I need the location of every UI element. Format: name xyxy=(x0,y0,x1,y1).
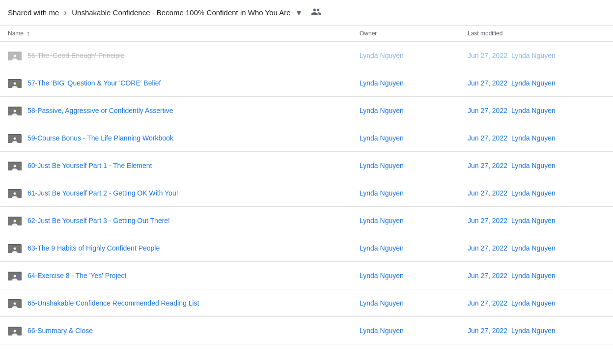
modified-cell: Jun 27, 2022Lynda Nguyen xyxy=(468,272,605,280)
file-name-link[interactable]: 60-Just Be Yourself Part 1 - The Element xyxy=(28,162,152,169)
file-name-cell: 63-The 9 Habits of Highly Confident Peop… xyxy=(28,244,360,252)
svg-point-39 xyxy=(14,247,16,250)
svg-point-29 xyxy=(14,192,16,195)
file-name-cell: 60-Just Be Yourself Part 1 - The Element xyxy=(28,162,360,169)
modified-cell: Jun 27, 2022Lynda Nguyen xyxy=(468,79,605,87)
file-name-link[interactable]: 61-Just Be Yourself Part 2 - Getting OK … xyxy=(28,189,178,197)
modified-date: Jun 27, 2022 xyxy=(468,299,507,307)
owner-column-header[interactable]: Owner xyxy=(360,30,468,37)
folder-icon xyxy=(8,297,28,309)
modified-by: Lynda Nguyen xyxy=(511,107,556,114)
name-column-header[interactable]: Name ↑ xyxy=(8,29,360,37)
table-header: Name ↑ Owner Last modified xyxy=(0,26,613,42)
folder-icon xyxy=(8,187,28,199)
file-name-cell: 62-Just Be Yourself Part 3 - Getting Out… xyxy=(28,217,360,224)
svg-point-9 xyxy=(14,82,16,84)
table-row[interactable]: 56-The 'Good Enough' PrincipleLynda Nguy… xyxy=(0,42,613,69)
owner-cell: Lynda Nguyen xyxy=(360,134,468,142)
modified-cell: Jun 27, 2022Lynda Nguyen xyxy=(468,134,605,142)
breadcrumb-separator: › xyxy=(64,7,67,18)
svg-point-14 xyxy=(14,110,16,112)
file-name-link[interactable]: 64-Exercise 8 - The 'Yes' Project xyxy=(28,272,126,280)
modified-column-header[interactable]: Last modified xyxy=(468,30,605,37)
modified-by: Lynda Nguyen xyxy=(511,162,556,169)
modified-cell: Jun 27, 2022Lynda Nguyen xyxy=(468,244,605,252)
table-row[interactable]: 65-Unshakable Confidence Recommended Rea… xyxy=(0,289,613,317)
folder-dropdown-icon[interactable]: ▾ xyxy=(297,7,301,18)
table-row[interactable]: 63-The 9 Habits of Highly Confident Peop… xyxy=(0,234,613,262)
modified-cell: Jun 27, 2022Lynda Nguyen xyxy=(468,52,605,59)
modified-cell: Jun 27, 2022Lynda Nguyen xyxy=(468,162,605,169)
sort-icon: ↑ xyxy=(27,29,30,37)
modified-cell: Jun 27, 2022Lynda Nguyen xyxy=(468,107,605,114)
folder-icon xyxy=(8,77,28,89)
modified-date: Jun 27, 2022 xyxy=(468,134,507,142)
modified-date: Jun 27, 2022 xyxy=(468,162,507,169)
name-col-label: Name xyxy=(8,30,24,37)
table-row[interactable]: 64-Exercise 8 - The 'Yes' ProjectLynda N… xyxy=(0,262,613,289)
file-name-cell: 66-Summary & Close xyxy=(28,327,360,335)
file-name-link[interactable]: 62-Just Be Yourself Part 3 - Getting Out… xyxy=(28,217,170,224)
table-row[interactable]: 62-Just Be Yourself Part 3 - Getting Out… xyxy=(0,207,613,234)
owner-cell: Lynda Nguyen xyxy=(360,217,468,224)
folder-icon xyxy=(8,270,28,281)
folder-icon xyxy=(8,325,28,336)
modified-by: Lynda Nguyen xyxy=(511,217,556,224)
file-name-link[interactable]: 65-Unshakable Confidence Recommended Rea… xyxy=(28,299,199,307)
table-row[interactable]: 58-Passive, Aggressive or Confidently As… xyxy=(0,97,613,124)
file-name-link[interactable]: 56-The 'Good Enough' Principle xyxy=(28,52,125,59)
file-name-cell: 57-The 'BIG' Question & Your 'CORE' Beli… xyxy=(28,79,360,87)
modified-date: Jun 27, 2022 xyxy=(468,189,507,197)
file-list: 56-The 'Good Enough' PrincipleLynda Nguy… xyxy=(0,42,613,344)
owner-cell: Lynda Nguyen xyxy=(360,272,468,280)
modified-by: Lynda Nguyen xyxy=(511,299,556,307)
shared-with-me-link[interactable]: Shared with me xyxy=(8,8,59,17)
modified-by: Lynda Nguyen xyxy=(511,134,556,142)
owner-cell: Lynda Nguyen xyxy=(360,327,468,335)
table-row[interactable]: 66-Summary & CloseLynda NguyenJun 27, 20… xyxy=(0,317,613,344)
current-folder-name: Unshakable Confidence - Become 100% Conf… xyxy=(72,8,290,17)
modified-cell: Jun 27, 2022Lynda Nguyen xyxy=(468,299,605,307)
svg-point-44 xyxy=(14,275,16,277)
file-name-link[interactable]: 58-Passive, Aggressive or Confidently As… xyxy=(28,107,173,114)
table-row[interactable]: 61-Just Be Yourself Part 2 - Getting OK … xyxy=(0,179,613,207)
modified-by: Lynda Nguyen xyxy=(511,189,556,197)
modified-by: Lynda Nguyen xyxy=(511,79,556,87)
svg-point-49 xyxy=(14,302,16,305)
table-row[interactable]: 57-The 'BIG' Question & Your 'CORE' Beli… xyxy=(0,69,613,97)
file-name-cell: 59-Course Bonus - The Life Planning Work… xyxy=(28,134,360,142)
modified-date: Jun 27, 2022 xyxy=(468,327,507,335)
people-icon[interactable] xyxy=(311,6,322,19)
modified-date: Jun 27, 2022 xyxy=(468,272,507,280)
table-row[interactable]: 59-Course Bonus - The Life Planning Work… xyxy=(0,124,613,152)
folder-icon xyxy=(8,160,28,171)
modified-date: Jun 27, 2022 xyxy=(468,217,507,224)
file-name-cell: 65-Unshakable Confidence Recommended Rea… xyxy=(28,299,360,307)
modified-date: Jun 27, 2022 xyxy=(468,52,507,59)
folder-icon xyxy=(8,132,28,144)
file-name-link[interactable]: 57-The 'BIG' Question & Your 'CORE' Beli… xyxy=(28,79,161,87)
file-name-link[interactable]: 63-The 9 Habits of Highly Confident Peop… xyxy=(28,244,160,252)
svg-point-19 xyxy=(14,137,16,140)
owner-cell: Lynda Nguyen xyxy=(360,107,468,114)
modified-col-label: Last modified xyxy=(468,30,502,37)
modified-date: Jun 27, 2022 xyxy=(468,244,507,252)
owner-cell: Lynda Nguyen xyxy=(360,79,468,87)
owner-cell: Lynda Nguyen xyxy=(360,299,468,307)
modified-date: Jun 27, 2022 xyxy=(468,107,507,114)
modified-by: Lynda Nguyen xyxy=(511,327,556,335)
svg-point-24 xyxy=(14,165,16,167)
table-row[interactable]: 60-Just Be Yourself Part 1 - The Element… xyxy=(0,152,613,179)
svg-point-34 xyxy=(14,220,16,222)
modified-cell: Jun 27, 2022Lynda Nguyen xyxy=(468,327,605,335)
owner-cell: Lynda Nguyen xyxy=(360,244,468,252)
owner-cell: Lynda Nguyen xyxy=(360,189,468,197)
folder-icon xyxy=(8,215,28,226)
file-name-cell: 64-Exercise 8 - The 'Yes' Project xyxy=(28,272,360,280)
file-name-link[interactable]: 66-Summary & Close xyxy=(28,327,93,335)
file-name-link[interactable]: 59-Course Bonus - The Life Planning Work… xyxy=(28,134,173,142)
file-name-cell: 61-Just Be Yourself Part 2 - Getting OK … xyxy=(28,189,360,197)
modified-date: Jun 27, 2022 xyxy=(468,79,507,87)
modified-by: Lynda Nguyen xyxy=(511,272,556,280)
modified-cell: Jun 27, 2022Lynda Nguyen xyxy=(468,217,605,224)
